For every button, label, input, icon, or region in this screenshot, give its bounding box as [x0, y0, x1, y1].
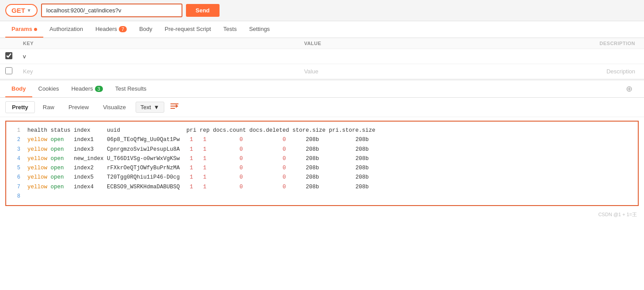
resp-tab-body[interactable]: Body: [5, 81, 32, 97]
code-line-2: 2 yellow open index1 06p8_TEoQfWg_Uu0Qat…: [6, 135, 638, 145]
code-line-5: 5 yellow open index2 rFXkrOeQTjOWfyBuPrN…: [6, 164, 638, 173]
params-dot: [34, 28, 37, 31]
resp-tab-test-results[interactable]: Test Results: [109, 81, 153, 97]
table-row: v: [0, 49, 644, 64]
pretty-button[interactable]: Pretty: [5, 101, 35, 113]
tab-tests[interactable]: Tests: [217, 21, 243, 38]
row1-key[interactable]: v: [18, 49, 299, 64]
tab-headers[interactable]: Headers7: [89, 21, 133, 38]
col-key: KEY: [18, 38, 299, 49]
code-line-3: 3 yellow open index3 CpnrgmzoSviwlPesupL…: [6, 145, 638, 154]
global-icon[interactable]: ⊕: [620, 80, 639, 97]
url-display: localhost:9200/_cat/indices?v: [46, 7, 121, 14]
code-line-8: 8: [6, 192, 638, 201]
params-table: KEY VALUE DESCRIPTION v Key Value Descri…: [0, 38, 644, 79]
method-dropdown-arrow: ▼: [27, 8, 31, 13]
resp-tab-headers[interactable]: Headers3: [65, 81, 109, 97]
code-line-7: 7 yellow open index4 ECBSO9_WSRKHdmaDABU…: [6, 183, 638, 192]
code-line-1: 1 health status index uuid pri rep docs.…: [6, 126, 638, 135]
watermark: CSDN @1 + 1=王: [0, 210, 644, 220]
row1-checkbox[interactable]: [5, 52, 12, 59]
tab-prerequest[interactable]: Pre-request Script: [159, 21, 217, 38]
raw-button[interactable]: Raw: [37, 102, 61, 113]
code-line-4: 4 yellow open new_index U_T66D1VSg-o0wrW…: [6, 154, 638, 164]
row1-checkbox-cell: [0, 49, 18, 64]
row2-description-placeholder[interactable]: Description: [549, 64, 644, 79]
row2-key-placeholder[interactable]: Key: [18, 64, 299, 79]
format-type-select[interactable]: Text ▼: [136, 102, 164, 113]
headers-resp-badge: 3: [95, 86, 103, 92]
url-input-wrapper[interactable]: localhost:9200/_cat/indices?v: [41, 4, 182, 17]
preview-button[interactable]: Preview: [62, 102, 95, 113]
tab-authorization[interactable]: Authorization: [43, 21, 89, 38]
row1-description[interactable]: [549, 49, 644, 64]
table-row-empty: Key Value Description: [0, 64, 644, 79]
format-dropdown-arrow: ▼: [154, 104, 159, 111]
col-value: VALUE: [299, 38, 549, 49]
tab-body[interactable]: Body: [133, 21, 159, 38]
method-selector[interactable]: GET ▼: [5, 4, 38, 17]
row1-value[interactable]: [299, 49, 549, 64]
col-checkbox: [0, 38, 18, 49]
visualize-button[interactable]: Visualize: [97, 102, 132, 113]
row2-value-placeholder[interactable]: Value: [299, 64, 549, 79]
response-tabs: Body Cookies Headers3 Test Results ⊕: [0, 80, 644, 98]
tab-settings[interactable]: Settings: [243, 21, 276, 38]
resp-tab-cookies[interactable]: Cookies: [32, 81, 65, 97]
response-body: 1 health status index uuid pri rep docs.…: [5, 121, 639, 206]
response-section: Body Cookies Headers3 Test Results ⊕ Pre…: [0, 79, 644, 206]
code-line-6: 6 yellow open index5 T20Tgg0RQhiu1iP46-D…: [6, 173, 638, 182]
url-bar: GET ▼ localhost:9200/_cat/indices?v Send: [0, 0, 644, 21]
format-toolbar: Pretty Raw Preview Visualize Text ▼: [0, 98, 644, 117]
method-label: GET: [11, 7, 25, 14]
col-description: DESCRIPTION: [549, 38, 644, 49]
headers-badge: 7: [119, 26, 127, 32]
send-button[interactable]: Send: [186, 4, 220, 17]
row2-checkbox[interactable]: [5, 67, 12, 74]
row2-checkbox-cell: [0, 64, 18, 79]
request-tabs: Params Authorization Headers7 Body Pre-r…: [0, 21, 644, 38]
tab-params[interactable]: Params: [5, 21, 43, 38]
wrap-button[interactable]: [170, 102, 179, 112]
